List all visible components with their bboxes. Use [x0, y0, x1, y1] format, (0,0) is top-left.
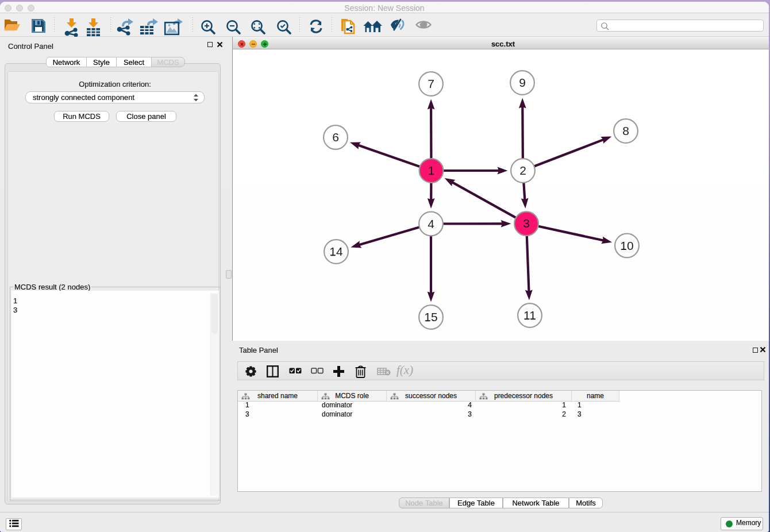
svg-text:10: 10 — [620, 239, 633, 252]
svg-text:7: 7 — [428, 77, 434, 90]
svg-text:9: 9 — [519, 76, 526, 89]
svg-text:8: 8 — [622, 124, 629, 137]
svg-text:3: 3 — [523, 217, 530, 230]
svg-text:14: 14 — [329, 245, 343, 258]
svg-text:1: 1 — [428, 164, 435, 177]
svg-text:2: 2 — [519, 164, 526, 177]
svg-text:11: 11 — [523, 309, 536, 322]
svg-text:4: 4 — [428, 217, 434, 230]
svg-text:15: 15 — [424, 310, 437, 323]
svg-text:6: 6 — [332, 130, 339, 144]
